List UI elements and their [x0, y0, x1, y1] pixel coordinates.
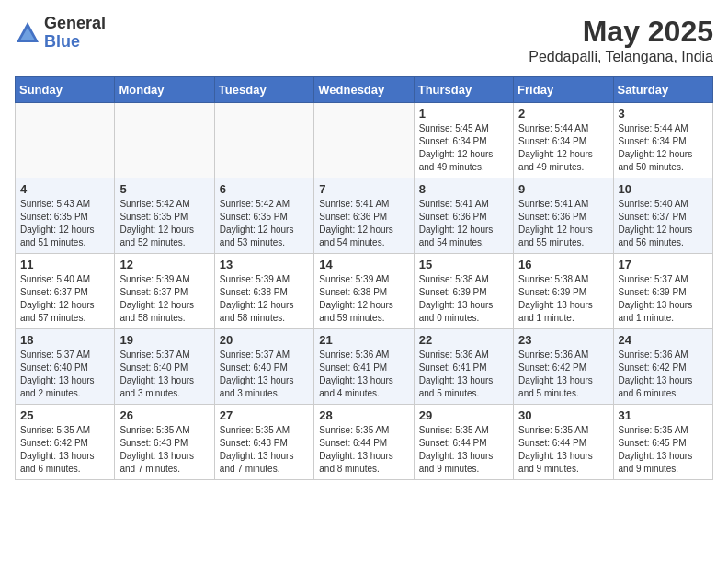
- day-info: Sunrise: 5:43 AM Sunset: 6:35 PM Dayligh…: [20, 198, 109, 249]
- day-cell: 30Sunrise: 5:35 AM Sunset: 6:44 PM Dayli…: [514, 405, 613, 480]
- day-info: Sunrise: 5:36 AM Sunset: 6:41 PM Dayligh…: [319, 349, 408, 400]
- day-info: Sunrise: 5:45 AM Sunset: 6:34 PM Dayligh…: [419, 122, 508, 174]
- day-info: Sunrise: 5:37 AM Sunset: 6:40 PM Dayligh…: [119, 349, 209, 400]
- page-header: General Blue May 2025 Peddapalli, Telang…: [15, 15, 713, 65]
- week-row-5: 25Sunrise: 5:35 AM Sunset: 6:42 PM Dayli…: [16, 405, 713, 480]
- day-cell: 29Sunrise: 5:35 AM Sunset: 6:44 PM Dayli…: [414, 405, 513, 480]
- day-cell: 7Sunrise: 5:41 AM Sunset: 6:36 PM Daylig…: [314, 178, 414, 254]
- day-number: 10: [619, 182, 708, 196]
- day-cell: 10Sunrise: 5:40 AM Sunset: 6:37 PM Dayli…: [613, 178, 712, 254]
- day-cell: 13Sunrise: 5:39 AM Sunset: 6:38 PM Dayli…: [214, 254, 313, 329]
- day-cell: 4Sunrise: 5:43 AM Sunset: 6:35 PM Daylig…: [16, 178, 115, 254]
- day-info: Sunrise: 5:38 AM Sunset: 6:39 PM Dayligh…: [518, 273, 608, 325]
- day-cell: 21Sunrise: 5:36 AM Sunset: 6:41 PM Dayli…: [314, 329, 414, 405]
- day-number: 6: [220, 182, 309, 196]
- day-number: 9: [518, 182, 608, 196]
- day-cell: 3Sunrise: 5:44 AM Sunset: 6:34 PM Daylig…: [613, 103, 712, 178]
- day-number: 28: [319, 408, 408, 422]
- day-cell: [214, 103, 313, 178]
- day-number: 13: [220, 258, 309, 271]
- day-number: 18: [20, 333, 109, 347]
- day-info: Sunrise: 5:39 AM Sunset: 6:38 PM Dayligh…: [220, 273, 309, 325]
- day-number: 20: [220, 333, 309, 347]
- calendar-table: SundayMondayTuesdayWednesdayThursdayFrid…: [15, 76, 713, 480]
- day-cell: 14Sunrise: 5:39 AM Sunset: 6:38 PM Dayli…: [314, 254, 414, 329]
- day-info: Sunrise: 5:39 AM Sunset: 6:38 PM Dayligh…: [319, 273, 408, 325]
- calendar-subtitle: Peddapalli, Telangana, India: [529, 49, 713, 65]
- weekday-header-row: SundayMondayTuesdayWednesdayThursdayFrid…: [16, 77, 713, 103]
- day-cell: 31Sunrise: 5:35 AM Sunset: 6:45 PM Dayli…: [613, 405, 712, 480]
- logo: General Blue: [15, 15, 106, 52]
- day-info: Sunrise: 5:36 AM Sunset: 6:41 PM Dayligh…: [419, 349, 508, 400]
- day-cell: 16Sunrise: 5:38 AM Sunset: 6:39 PM Dayli…: [514, 254, 613, 329]
- day-info: Sunrise: 5:41 AM Sunset: 6:36 PM Dayligh…: [419, 198, 508, 249]
- day-number: 8: [419, 182, 508, 196]
- day-number: 31: [619, 408, 708, 422]
- day-number: 19: [119, 333, 209, 347]
- day-cell: 8Sunrise: 5:41 AM Sunset: 6:36 PM Daylig…: [414, 178, 513, 254]
- day-info: Sunrise: 5:44 AM Sunset: 6:34 PM Dayligh…: [518, 122, 608, 174]
- day-number: 11: [20, 258, 109, 271]
- day-info: Sunrise: 5:37 AM Sunset: 6:39 PM Dayligh…: [619, 273, 708, 325]
- day-number: 12: [119, 258, 209, 271]
- day-cell: 11Sunrise: 5:40 AM Sunset: 6:37 PM Dayli…: [16, 254, 115, 329]
- day-info: Sunrise: 5:35 AM Sunset: 6:44 PM Dayligh…: [518, 424, 608, 476]
- day-info: Sunrise: 5:39 AM Sunset: 6:37 PM Dayligh…: [119, 273, 209, 325]
- day-info: Sunrise: 5:35 AM Sunset: 6:43 PM Dayligh…: [119, 424, 209, 476]
- day-info: Sunrise: 5:40 AM Sunset: 6:37 PM Dayligh…: [20, 273, 109, 325]
- day-info: Sunrise: 5:36 AM Sunset: 6:42 PM Dayligh…: [518, 349, 608, 400]
- day-cell: 23Sunrise: 5:36 AM Sunset: 6:42 PM Dayli…: [514, 329, 613, 405]
- logo-icon: [15, 20, 40, 46]
- day-info: Sunrise: 5:40 AM Sunset: 6:37 PM Dayligh…: [619, 198, 708, 249]
- day-cell: 27Sunrise: 5:35 AM Sunset: 6:43 PM Dayli…: [214, 405, 313, 480]
- day-cell: 28Sunrise: 5:35 AM Sunset: 6:44 PM Dayli…: [314, 405, 414, 480]
- day-number: 17: [619, 258, 708, 271]
- day-cell: 26Sunrise: 5:35 AM Sunset: 6:43 PM Dayli…: [115, 405, 214, 480]
- day-number: 5: [119, 182, 209, 196]
- day-number: 24: [619, 333, 708, 347]
- day-number: 7: [319, 182, 408, 196]
- weekday-header-thursday: Thursday: [414, 77, 513, 103]
- day-cell: 17Sunrise: 5:37 AM Sunset: 6:39 PM Dayli…: [613, 254, 712, 329]
- day-info: Sunrise: 5:37 AM Sunset: 6:40 PM Dayligh…: [220, 349, 309, 400]
- week-row-2: 4Sunrise: 5:43 AM Sunset: 6:35 PM Daylig…: [16, 178, 713, 254]
- day-info: Sunrise: 5:41 AM Sunset: 6:36 PM Dayligh…: [319, 198, 408, 249]
- day-info: Sunrise: 5:35 AM Sunset: 6:44 PM Dayligh…: [319, 424, 408, 476]
- weekday-header-monday: Monday: [115, 77, 214, 103]
- day-cell: [16, 103, 115, 178]
- weekday-header-wednesday: Wednesday: [314, 77, 414, 103]
- day-info: Sunrise: 5:41 AM Sunset: 6:36 PM Dayligh…: [518, 198, 608, 249]
- day-cell: 22Sunrise: 5:36 AM Sunset: 6:41 PM Dayli…: [414, 329, 513, 405]
- day-cell: 15Sunrise: 5:38 AM Sunset: 6:39 PM Dayli…: [414, 254, 513, 329]
- weekday-header-friday: Friday: [514, 77, 613, 103]
- day-cell: 19Sunrise: 5:37 AM Sunset: 6:40 PM Dayli…: [115, 329, 214, 405]
- week-row-1: 1Sunrise: 5:45 AM Sunset: 6:34 PM Daylig…: [16, 103, 713, 178]
- day-number: 23: [518, 333, 608, 347]
- day-number: 14: [319, 258, 408, 271]
- day-number: 4: [20, 182, 109, 196]
- day-info: Sunrise: 5:35 AM Sunset: 6:45 PM Dayligh…: [619, 424, 708, 476]
- day-number: 29: [419, 408, 508, 422]
- day-cell: 9Sunrise: 5:41 AM Sunset: 6:36 PM Daylig…: [514, 178, 613, 254]
- day-cell: 5Sunrise: 5:42 AM Sunset: 6:35 PM Daylig…: [115, 178, 214, 254]
- day-cell: 25Sunrise: 5:35 AM Sunset: 6:42 PM Dayli…: [16, 405, 115, 480]
- day-number: 27: [220, 408, 309, 422]
- day-info: Sunrise: 5:42 AM Sunset: 6:35 PM Dayligh…: [220, 198, 309, 249]
- day-number: 2: [518, 107, 608, 121]
- day-number: 16: [518, 258, 608, 271]
- weekday-header-sunday: Sunday: [16, 77, 115, 103]
- day-number: 22: [419, 333, 508, 347]
- day-cell: 24Sunrise: 5:36 AM Sunset: 6:42 PM Dayli…: [613, 329, 712, 405]
- logo-general: General: [44, 15, 106, 33]
- day-info: Sunrise: 5:42 AM Sunset: 6:35 PM Dayligh…: [119, 198, 209, 249]
- day-number: 25: [20, 408, 109, 422]
- day-cell: 18Sunrise: 5:37 AM Sunset: 6:40 PM Dayli…: [16, 329, 115, 405]
- weekday-header-saturday: Saturday: [613, 77, 712, 103]
- day-number: 21: [319, 333, 408, 347]
- day-cell: 2Sunrise: 5:44 AM Sunset: 6:34 PM Daylig…: [514, 103, 613, 178]
- logo-blue: Blue: [44, 33, 106, 52]
- logo-text: General Blue: [44, 15, 106, 52]
- day-number: 30: [518, 408, 608, 422]
- calendar-title: May 2025: [529, 15, 713, 49]
- day-info: Sunrise: 5:38 AM Sunset: 6:39 PM Dayligh…: [419, 273, 508, 325]
